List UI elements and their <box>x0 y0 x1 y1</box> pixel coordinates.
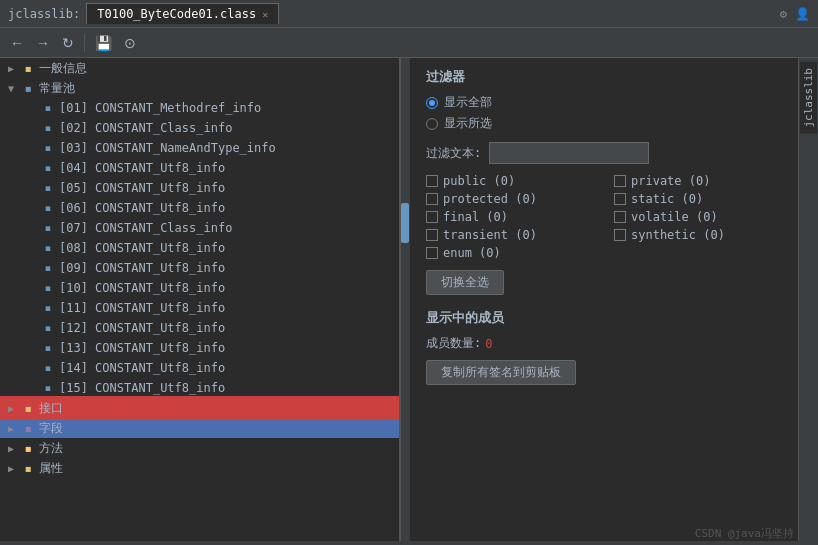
filter-text-input[interactable] <box>489 142 649 164</box>
toggle-all-button[interactable]: 切换全选 <box>426 270 504 295</box>
const-icon: ◼ <box>40 120 56 136</box>
interface-icon: ◼ <box>20 400 36 416</box>
radio-show-selected[interactable]: 显示所选 <box>426 115 782 132</box>
field-icon: ◼ <box>20 420 36 436</box>
tree-constant-item[interactable]: ◼ [06] CONSTANT_Utf8_info <box>0 198 399 218</box>
checkbox-label-7: synthetic (0) <box>631 228 725 242</box>
checkbox-box-5 <box>614 211 626 223</box>
const-label: [05] CONSTANT_Utf8_info <box>59 181 225 195</box>
members-section: 显示中的成员 成员数量: 0 复制所有签名到剪贴板 <box>426 309 782 385</box>
tree-item-fields[interactable]: ▶ ◼ 字段 <box>0 418 399 438</box>
const-label: [06] CONSTANT_Utf8_info <box>59 201 225 215</box>
tree-constant-item[interactable]: ◼ [01] CONSTANT_Methodref_info <box>0 98 399 118</box>
tree-item-methods[interactable]: ▶ ◼ 方法 <box>0 438 399 458</box>
checkbox-item-8[interactable]: enum (0) <box>426 246 594 260</box>
tree-item-interface[interactable]: ▶ ◼ 接口 <box>0 398 399 418</box>
gear-icon[interactable]: ⚙ <box>780 7 787 21</box>
scroll-indicator[interactable] <box>400 58 410 541</box>
const-icon: ◼ <box>40 180 56 196</box>
save-button[interactable]: 💾 <box>91 33 116 53</box>
tree-constant-item[interactable]: ◼ [13] CONSTANT_Utf8_info <box>0 338 399 358</box>
forward-button[interactable]: → <box>32 33 54 53</box>
tree-label-general: 一般信息 <box>39 60 87 77</box>
tree-constant-item[interactable]: ◼ [03] CONSTANT_NameAndType_info <box>0 138 399 158</box>
tab-close-icon[interactable]: ✕ <box>262 9 268 20</box>
constant-pool-icon: ◼ <box>20 80 36 96</box>
const-label: [01] CONSTANT_Methodref_info <box>59 101 261 115</box>
const-label: [03] CONSTANT_NameAndType_info <box>59 141 276 155</box>
tree-constant-item[interactable]: ◼ [08] CONSTANT_Utf8_info <box>0 238 399 258</box>
checkbox-box-2 <box>426 193 438 205</box>
bottom-bar <box>0 541 818 545</box>
const-label: [13] CONSTANT_Utf8_info <box>59 341 225 355</box>
checkbox-item-5[interactable]: volatile (0) <box>614 210 782 224</box>
tree-item-attributes[interactable]: ▶ ◼ 属性 <box>0 458 399 478</box>
const-icon: ◼ <box>40 300 56 316</box>
checkbox-item-4[interactable]: final (0) <box>426 210 594 224</box>
tree-constant-item[interactable]: ◼ [02] CONSTANT_Class_info <box>0 118 399 138</box>
checkbox-item-2[interactable]: protected (0) <box>426 192 594 206</box>
const-label: [14] CONSTANT_Utf8_info <box>59 361 225 375</box>
expand-arrow-cp: ▼ <box>8 83 20 94</box>
constants-list: ◼ [01] CONSTANT_Methodref_info ◼ [02] CO… <box>0 98 399 398</box>
tree-item-general-info[interactable]: ▶ ◼ 一般信息 <box>0 58 399 78</box>
tab-name: T0100_ByteCode01.class <box>97 7 256 21</box>
checkbox-box-3 <box>614 193 626 205</box>
checkbox-item-7[interactable]: synthetic (0) <box>614 228 782 242</box>
tree-constant-item[interactable]: ◼ [10] CONSTANT_Utf8_info <box>0 278 399 298</box>
checkbox-label-4: final (0) <box>443 210 508 224</box>
checkbox-label-1: private (0) <box>631 174 710 188</box>
checkbox-label-2: protected (0) <box>443 192 537 206</box>
tree-constant-item[interactable]: ◼ [05] CONSTANT_Utf8_info <box>0 178 399 198</box>
tree-label-interface: 接口 <box>39 400 63 417</box>
checkbox-grid: public (0) private (0) protected (0) sta… <box>426 174 782 260</box>
tree-constant-item[interactable]: ◼ [11] CONSTANT_Utf8_info <box>0 298 399 318</box>
filter-title: 过滤器 <box>426 68 782 86</box>
checkbox-item-0[interactable]: public (0) <box>426 174 594 188</box>
tree-constant-item[interactable]: ◼ [15] CONSTANT_Utf8_info <box>0 378 399 398</box>
checkbox-item-3[interactable]: static (0) <box>614 192 782 206</box>
copy-signatures-button[interactable]: 复制所有签名到剪贴板 <box>426 360 576 385</box>
checkbox-item-1[interactable]: private (0) <box>614 174 782 188</box>
tree-label-methods: 方法 <box>39 440 63 457</box>
const-icon: ◼ <box>40 200 56 216</box>
const-label: [04] CONSTANT_Utf8_info <box>59 161 225 175</box>
const-label: [12] CONSTANT_Utf8_info <box>59 321 225 335</box>
class-icon: ◼ <box>20 60 36 76</box>
toolbar-separator <box>84 34 85 52</box>
const-icon: ◼ <box>40 100 56 116</box>
filter-text-row: 过滤文本: <box>426 142 782 164</box>
members-count-row: 成员数量: 0 <box>426 335 782 352</box>
tree-constant-item[interactable]: ◼ [07] CONSTANT_Class_info <box>0 218 399 238</box>
checkbox-item-6[interactable]: transient (0) <box>426 228 594 242</box>
checkbox-box-4 <box>426 211 438 223</box>
radio-selected-label: 显示所选 <box>444 115 492 132</box>
checkbox-box-1 <box>614 175 626 187</box>
const-icon: ◼ <box>40 360 56 376</box>
toolbar: ← → ↻ 💾 ⊙ <box>0 28 818 58</box>
tree-constant-item[interactable]: ◼ [04] CONSTANT_Utf8_info <box>0 158 399 178</box>
tree-constant-item[interactable]: ◼ [12] CONSTANT_Utf8_info <box>0 318 399 338</box>
tree-constant-item[interactable]: ◼ [09] CONSTANT_Utf8_info <box>0 258 399 278</box>
left-panel[interactable]: ▶ ◼ 一般信息 ▼ ◼ 常量池 ◼ [01] CONSTANT_Methodr… <box>0 58 400 541</box>
members-count-label: 成员数量: <box>426 335 481 352</box>
active-tab[interactable]: T0100_ByteCode01.class ✕ <box>86 3 279 24</box>
user-icon[interactable]: 👤 <box>795 7 810 21</box>
checkbox-box-8 <box>426 247 438 259</box>
const-icon: ◼ <box>40 340 56 356</box>
expand-arrow-methods: ▶ <box>8 443 20 454</box>
back-button[interactable]: ← <box>6 33 28 53</box>
sidebar-tab-jclasslib[interactable]: jclasslib <box>800 62 817 134</box>
const-label: [07] CONSTANT_Class_info <box>59 221 232 235</box>
const-label: [10] CONSTANT_Utf8_info <box>59 281 225 295</box>
tree-item-constant-pool[interactable]: ▼ ◼ 常量池 <box>0 78 399 98</box>
checkbox-box-7 <box>614 229 626 241</box>
tree-label-constant-pool: 常量池 <box>39 80 75 97</box>
tree-constant-item[interactable]: ◼ [14] CONSTANT_Utf8_info <box>0 358 399 378</box>
radio-show-all[interactable]: 显示全部 <box>426 94 782 111</box>
refresh-button[interactable]: ↻ <box>58 33 78 53</box>
home-button[interactable]: ⊙ <box>120 33 140 53</box>
app-label: jclasslib: <box>8 7 80 21</box>
members-title: 显示中的成员 <box>426 309 782 327</box>
title-bar-icons: ⚙ 👤 <box>780 7 810 21</box>
